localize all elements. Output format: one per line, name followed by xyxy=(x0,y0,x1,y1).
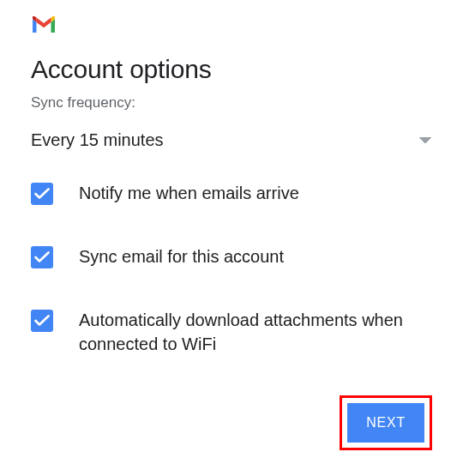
gmail-logo xyxy=(31,15,432,38)
sync-checkbox[interactable] xyxy=(31,246,53,268)
check-icon xyxy=(34,315,50,327)
next-highlight-box: NEXT xyxy=(340,395,432,450)
sync-frequency-label: Sync frequency: xyxy=(31,94,432,111)
chevron-down-icon xyxy=(418,133,432,148)
check-icon xyxy=(34,188,50,200)
next-button[interactable]: NEXT xyxy=(347,403,424,443)
sync-frequency-select[interactable]: Every 15 minutes xyxy=(31,130,432,150)
notify-label: Notify me when emails arrive xyxy=(79,181,299,205)
page-title: Account options xyxy=(31,55,432,84)
attachments-label: Automatically download attachments when … xyxy=(79,308,432,356)
sync-frequency-value: Every 15 minutes xyxy=(31,130,164,150)
option-row-attachments: Automatically download attachments when … xyxy=(31,308,432,356)
notify-checkbox[interactable] xyxy=(31,183,53,205)
option-row-sync: Sync email for this account xyxy=(31,244,432,268)
gmail-icon xyxy=(31,15,57,34)
check-icon xyxy=(34,251,50,263)
attachments-checkbox[interactable] xyxy=(31,310,53,332)
sync-label: Sync email for this account xyxy=(79,244,284,268)
option-row-notify: Notify me when emails arrive xyxy=(31,181,432,205)
